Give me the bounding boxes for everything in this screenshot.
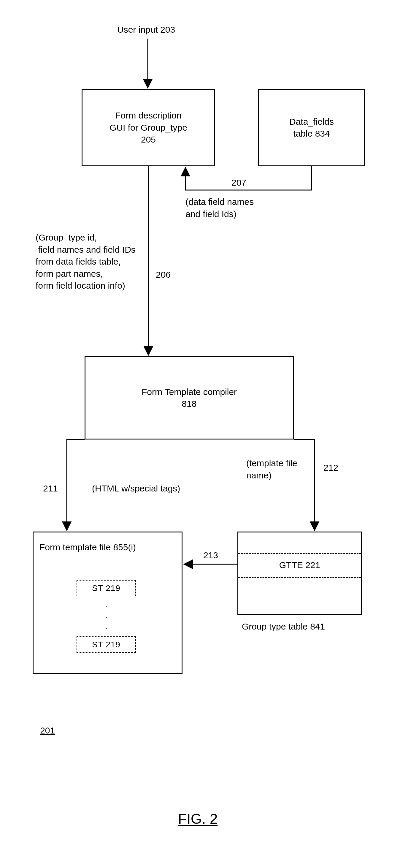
compiler-node: Form Template compiler 818 bbox=[85, 356, 294, 439]
form-gui-line2: GUI for Group_type bbox=[109, 122, 187, 134]
diagram-canvas: User input 203 Form description GUI for … bbox=[0, 0, 419, 868]
edge-212-text: (template file name) bbox=[246, 457, 297, 482]
form-gui-line3: 205 bbox=[141, 134, 156, 146]
form-template-file-node: Form template file 855(i) ST 219 ... ST … bbox=[33, 532, 183, 674]
gtte-entry: GTTE 221 bbox=[238, 559, 361, 571]
edge-211-num: 211 bbox=[43, 483, 58, 495]
group-type-table-node: GTTE 221 bbox=[237, 532, 362, 615]
group-type-table-caption: Group type table 841 bbox=[242, 621, 325, 633]
data-fields-node: Data_fields table 834 bbox=[258, 89, 365, 166]
compiler-line1: Form Template compiler bbox=[141, 386, 237, 398]
user-input-label: User input 203 bbox=[117, 24, 175, 36]
edge-207-num: 207 bbox=[231, 177, 246, 189]
data-fields-line2: table 834 bbox=[293, 128, 330, 140]
edge-206-text: (Group_type id, field names and field ID… bbox=[36, 231, 136, 292]
st-box-2: ST 219 bbox=[76, 637, 136, 653]
compiler-line2: 818 bbox=[182, 398, 196, 410]
ft-file-title: Form template file 855(i) bbox=[39, 541, 136, 554]
edge-212-num: 212 bbox=[323, 462, 338, 474]
page-ref: 201 bbox=[40, 724, 55, 737]
edge-213-num: 213 bbox=[203, 549, 218, 562]
data-fields-line1: Data_fields bbox=[289, 116, 334, 128]
st-dots: ... bbox=[103, 599, 109, 631]
edge-206-num: 206 bbox=[156, 269, 171, 281]
edge-211-text: (HTML w/special tags) bbox=[92, 483, 180, 495]
st-box-1: ST 219 bbox=[76, 580, 136, 596]
form-gui-line1: Form description bbox=[115, 110, 181, 122]
form-gui-node: Form description GUI for Group_type 205 bbox=[82, 89, 215, 166]
figure-caption: FIG. 2 bbox=[178, 811, 218, 827]
edge-207-text: (data field names and field Ids) bbox=[186, 196, 254, 220]
